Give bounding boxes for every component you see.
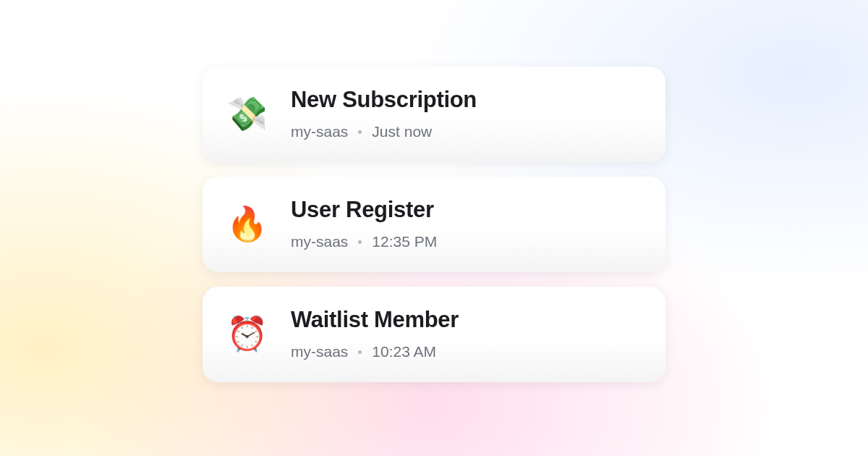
event-list: 💸 New Subscription my-saas Just now 🔥 Us… bbox=[203, 67, 665, 382]
event-project: my-saas bbox=[291, 123, 348, 140]
event-project: my-saas bbox=[291, 343, 348, 360]
event-time: 12:35 PM bbox=[372, 233, 437, 250]
separator-dot bbox=[358, 350, 362, 354]
event-content: New Subscription my-saas Just now bbox=[291, 87, 641, 140]
money-with-wings-icon: 💸 bbox=[227, 94, 266, 133]
separator-dot bbox=[358, 240, 362, 244]
event-time: 10:23 AM bbox=[372, 343, 436, 360]
event-meta: my-saas Just now bbox=[291, 123, 641, 140]
event-title: User Register bbox=[291, 197, 641, 223]
fire-icon: 🔥 bbox=[227, 204, 266, 243]
event-card[interactable]: 💸 New Subscription my-saas Just now bbox=[203, 67, 665, 162]
event-title: New Subscription bbox=[291, 87, 641, 113]
separator-dot bbox=[358, 130, 362, 134]
event-content: User Register my-saas 12:35 PM bbox=[291, 197, 641, 250]
event-card[interactable]: ⏰ Waitlist Member my-saas 10:23 AM bbox=[203, 287, 665, 382]
event-meta: my-saas 10:23 AM bbox=[291, 343, 641, 360]
event-time: Just now bbox=[372, 123, 432, 140]
alarm-clock-icon: ⏰ bbox=[227, 314, 266, 353]
event-meta: my-saas 12:35 PM bbox=[291, 233, 641, 250]
event-title: Waitlist Member bbox=[291, 307, 641, 333]
event-content: Waitlist Member my-saas 10:23 AM bbox=[291, 307, 641, 360]
event-project: my-saas bbox=[291, 233, 348, 250]
event-card[interactable]: 🔥 User Register my-saas 12:35 PM bbox=[203, 177, 665, 272]
